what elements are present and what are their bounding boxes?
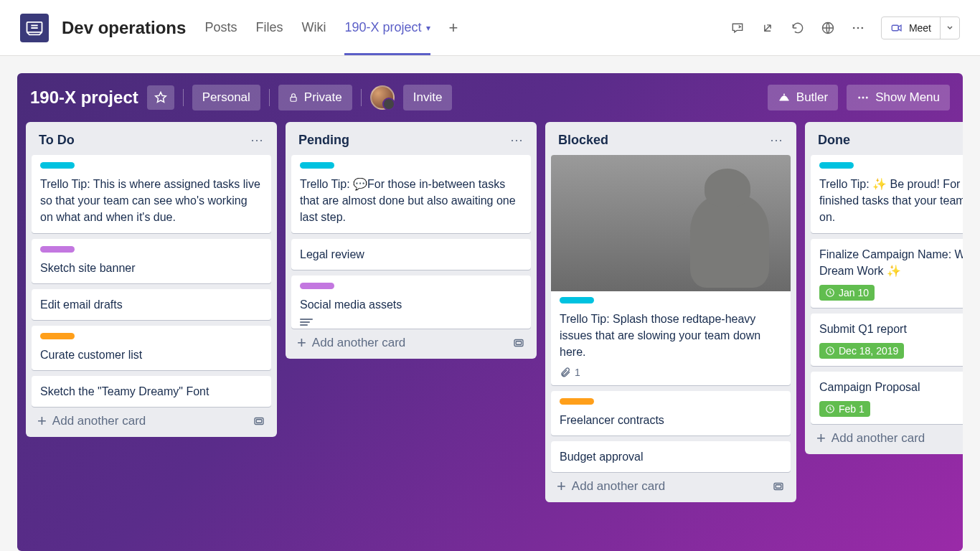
card[interactable]: Curate customer list xyxy=(32,326,271,370)
more-icon[interactable] xyxy=(851,21,865,35)
card-label[interactable] xyxy=(40,333,75,339)
invite-button[interactable]: Invite xyxy=(403,85,453,110)
card-text: Trello Tip: Splash those redtape-heavy i… xyxy=(560,311,782,361)
description-icon xyxy=(300,319,313,321)
list-menu-icon[interactable]: ⋯ xyxy=(510,132,524,148)
board-header: 190-X project Personal Private Invite Bu… xyxy=(17,73,963,122)
svg-rect-7 xyxy=(779,100,789,101)
private-label: Private xyxy=(304,90,342,105)
tab-posts[interactable]: Posts xyxy=(204,0,237,55)
meet-dropdown[interactable] xyxy=(941,17,959,39)
svg-point-10 xyxy=(862,97,864,99)
svg-rect-15 xyxy=(516,342,522,345)
channel-tabs: Posts Files Wiki 190-X project ▾ + xyxy=(204,0,458,55)
card-text: Sketch site banner xyxy=(40,260,263,276)
attachment-badge: 1 xyxy=(560,367,580,378)
svg-point-9 xyxy=(858,97,860,99)
show-menu-button[interactable]: Show Menu xyxy=(847,85,950,110)
card[interactable]: Campaign ProposalFeb 1 xyxy=(811,372,963,424)
card-template-icon[interactable] xyxy=(253,415,265,428)
add-card-button[interactable]: +Add another card xyxy=(37,414,245,428)
meet-label: Meet xyxy=(909,22,931,34)
show-menu-label: Show Menu xyxy=(875,90,940,105)
globe-icon[interactable] xyxy=(821,21,835,35)
due-badge[interactable]: Feb 1 xyxy=(819,401,870,417)
member-avatar[interactable] xyxy=(370,85,395,110)
card[interactable]: Trello Tip: ✨ Be proud! For all your fin… xyxy=(811,155,963,233)
svg-rect-13 xyxy=(256,420,262,423)
card-label[interactable] xyxy=(40,162,75,169)
list-title[interactable]: Pending xyxy=(298,133,510,148)
card-label[interactable] xyxy=(300,283,334,289)
topbar-actions: Meet xyxy=(730,17,960,39)
personal-button[interactable]: Personal xyxy=(192,85,260,110)
tab-trello-label: 190-X project xyxy=(344,20,421,35)
card-text: Legal review xyxy=(300,246,522,263)
list-title[interactable]: To Do xyxy=(39,133,250,148)
list-title[interactable]: Blocked xyxy=(558,133,770,148)
board-title[interactable]: 190-X project xyxy=(30,88,138,108)
reload-icon[interactable] xyxy=(791,21,805,35)
list-menu-icon[interactable]: ⋯ xyxy=(250,132,264,148)
card-text: Edit email drafts xyxy=(40,296,263,313)
team-logo xyxy=(20,14,49,42)
butler-label: Butler xyxy=(796,90,828,105)
add-tab-button[interactable]: + xyxy=(449,19,458,37)
svg-rect-0 xyxy=(27,22,42,32)
list: Done⋯Trello Tip: ✨ Be proud! For all you… xyxy=(805,122,963,454)
svg-rect-6 xyxy=(291,97,296,101)
card-text: Freelancer contracts xyxy=(560,412,782,428)
popout-icon[interactable] xyxy=(760,21,775,35)
card-template-icon[interactable] xyxy=(772,480,785,493)
svg-rect-17 xyxy=(776,485,781,489)
lock-icon xyxy=(288,93,298,103)
card-text: Trello Tip: ✨ Be proud! For all your fin… xyxy=(819,176,963,226)
svg-rect-5 xyxy=(892,25,898,31)
card-text: Budget approval xyxy=(560,448,782,465)
card[interactable]: Social media assets xyxy=(291,276,531,329)
star-board-button[interactable] xyxy=(147,85,174,110)
card-template-icon[interactable] xyxy=(512,336,525,349)
butler-button[interactable]: Butler xyxy=(768,85,838,110)
teams-topbar: Dev operations Posts Files Wiki 190-X pr… xyxy=(0,0,980,56)
list-title[interactable]: Done xyxy=(818,133,963,148)
card[interactable]: Budget approval xyxy=(551,441,791,472)
svg-point-3 xyxy=(857,27,859,29)
card-label[interactable] xyxy=(300,162,334,169)
card[interactable]: Trello Tip: 💬For those in-between tasks … xyxy=(291,155,531,233)
tab-wiki[interactable]: Wiki xyxy=(301,0,326,55)
tab-trello-board[interactable]: 190-X project ▾ xyxy=(344,0,430,55)
card[interactable]: Trello Tip: Splash those redtape-heavy i… xyxy=(551,155,791,385)
card-label[interactable] xyxy=(819,162,854,169)
card[interactable]: Edit email drafts xyxy=(32,289,271,320)
card-label[interactable] xyxy=(560,297,594,303)
private-button[interactable]: Private xyxy=(278,85,352,110)
due-badge[interactable]: Jan 10 xyxy=(819,285,875,301)
card[interactable]: Trello Tip: This is where assigned tasks… xyxy=(32,155,271,233)
list: Blocked⋯Trello Tip: Splash those redtape… xyxy=(545,122,796,502)
board-lists: To Do⋯Trello Tip: This is where assigned… xyxy=(17,122,963,550)
card[interactable]: Submit Q1 reportDec 18, 2019 xyxy=(811,314,963,366)
list: Pending⋯Trello Tip: 💬For those in-betwee… xyxy=(286,122,537,359)
add-card-button[interactable]: +Add another card xyxy=(816,431,963,446)
tab-files[interactable]: Files xyxy=(255,0,283,55)
card-text: Campaign Proposal xyxy=(819,379,963,395)
add-card-button[interactable]: +Add another card xyxy=(557,479,765,494)
reply-icon[interactable] xyxy=(730,21,745,35)
card[interactable]: Finalize Campaign Name: WeTeamUp Dream W… xyxy=(811,239,963,308)
due-badge[interactable]: Dec 18, 2019 xyxy=(819,343,904,359)
add-card-button[interactable]: +Add another card xyxy=(297,336,505,350)
card[interactable]: Legal review xyxy=(291,239,531,270)
card-text: Submit Q1 report xyxy=(819,321,963,337)
card-text: Finalize Campaign Name: WeTeamUp Dream W… xyxy=(819,246,963,279)
meet-button[interactable]: Meet xyxy=(881,17,960,39)
card-label[interactable] xyxy=(40,246,75,253)
card-label[interactable] xyxy=(560,398,594,405)
card-text: Trello Tip: 💬For those in-between tasks … xyxy=(300,176,522,226)
list-menu-icon[interactable]: ⋯ xyxy=(770,132,783,148)
card-text: Curate customer list xyxy=(40,347,263,363)
card[interactable]: Sketch the "Teamy Dreamy" Font xyxy=(32,376,271,407)
card[interactable]: Freelancer contracts xyxy=(551,391,791,435)
card-text: Sketch the "Teamy Dreamy" Font xyxy=(40,383,263,400)
card[interactable]: Sketch site banner xyxy=(32,239,271,283)
